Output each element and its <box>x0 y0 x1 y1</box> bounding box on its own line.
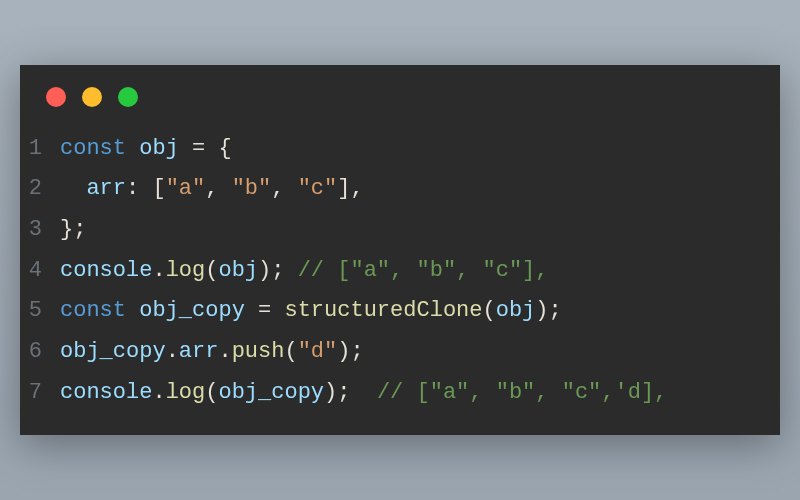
code-token: . <box>218 339 231 364</box>
code-token: "d" <box>298 339 338 364</box>
code-line[interactable]: 4console.log(obj); // ["a", "b", "c"], <box>20 251 780 292</box>
code-token <box>126 298 139 323</box>
code-content[interactable]: console.log(obj); // ["a", "b", "c"], <box>60 251 780 292</box>
code-token: arr <box>179 339 219 364</box>
code-token: const <box>60 136 126 161</box>
code-token: obj <box>496 298 536 323</box>
code-token: "c" <box>298 176 338 201</box>
code-token: console <box>60 258 152 283</box>
code-area[interactable]: 1const obj = {2 arr: ["a", "b", "c"],3};… <box>20 115 780 414</box>
code-token: structuredClone <box>284 298 482 323</box>
code-token: arr <box>86 176 126 201</box>
code-token: console <box>60 380 152 405</box>
line-number: 2 <box>20 169 60 210</box>
code-token: obj_copy <box>139 298 245 323</box>
line-number: 4 <box>20 251 60 292</box>
code-line[interactable]: 3}; <box>20 210 780 251</box>
code-line[interactable]: 6obj_copy.arr.push("d"); <box>20 332 780 373</box>
code-token: ( <box>483 298 496 323</box>
code-token: obj_copy <box>60 339 166 364</box>
code-token: . <box>152 380 165 405</box>
minimize-icon[interactable] <box>82 87 102 107</box>
code-token: ], <box>337 176 363 201</box>
code-token: push <box>232 339 285 364</box>
code-token <box>126 136 139 161</box>
code-content[interactable]: const obj = { <box>60 129 780 170</box>
code-token <box>60 176 86 201</box>
code-token: ); <box>337 339 363 364</box>
code-token: const <box>60 298 126 323</box>
code-content[interactable]: }; <box>60 210 780 251</box>
line-number: 7 <box>20 373 60 414</box>
code-line[interactable]: 5const obj_copy = structuredClone(obj); <box>20 291 780 332</box>
code-token: }; <box>60 217 86 242</box>
code-line[interactable]: 2 arr: ["a", "b", "c"], <box>20 169 780 210</box>
code-token: ( <box>205 258 218 283</box>
code-token: log <box>166 258 206 283</box>
code-content[interactable]: arr: ["a", "b", "c"], <box>60 169 780 210</box>
code-token: ); <box>324 380 377 405</box>
code-line[interactable]: 1const obj = { <box>20 129 780 170</box>
code-token: // ["a", "b", "c",'d], <box>377 380 667 405</box>
code-token: log <box>166 380 206 405</box>
code-token: , <box>271 176 297 201</box>
line-number: 1 <box>20 129 60 170</box>
code-token: ); <box>535 298 561 323</box>
code-token: obj <box>139 136 179 161</box>
code-content[interactable]: console.log(obj_copy); // ["a", "b", "c"… <box>60 373 780 414</box>
line-number: 3 <box>20 210 60 251</box>
code-line[interactable]: 7console.log(obj_copy); // ["a", "b", "c… <box>20 373 780 414</box>
maximize-icon[interactable] <box>118 87 138 107</box>
code-token: "a" <box>166 176 206 201</box>
line-number: 6 <box>20 332 60 373</box>
window-titlebar <box>20 65 780 115</box>
code-content[interactable]: obj_copy.arr.push("d"); <box>60 332 780 373</box>
code-editor-window: 1const obj = {2 arr: ["a", "b", "c"],3};… <box>20 65 780 436</box>
code-token: = <box>245 298 285 323</box>
code-token: , <box>205 176 231 201</box>
code-token: : [ <box>126 176 166 201</box>
code-token: "b" <box>232 176 272 201</box>
code-content[interactable]: const obj_copy = structuredClone(obj); <box>60 291 780 332</box>
code-token: obj <box>218 258 258 283</box>
close-icon[interactable] <box>46 87 66 107</box>
code-token: . <box>152 258 165 283</box>
code-token: obj_copy <box>218 380 324 405</box>
code-token: = { <box>179 136 232 161</box>
code-token: ( <box>205 380 218 405</box>
code-token: // ["a", "b", "c"], <box>298 258 549 283</box>
code-token: . <box>166 339 179 364</box>
code-token: ( <box>284 339 297 364</box>
line-number: 5 <box>20 291 60 332</box>
code-token: ); <box>258 258 298 283</box>
